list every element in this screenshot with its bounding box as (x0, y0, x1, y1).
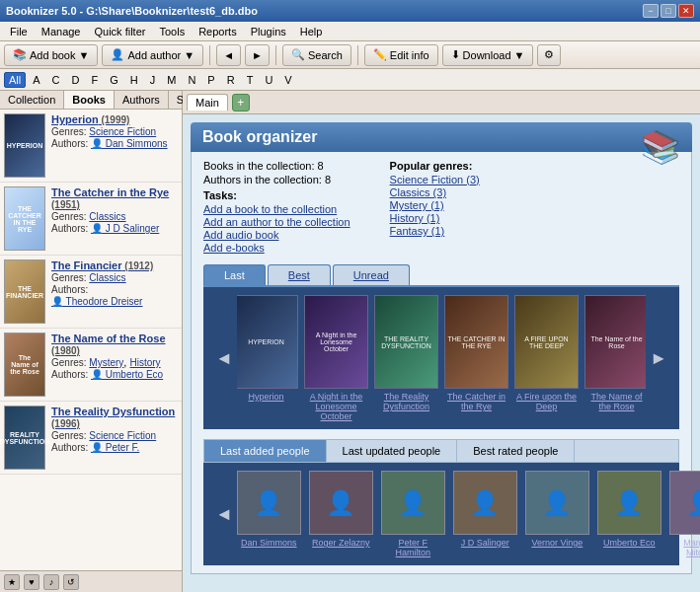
alpha-d[interactable]: D (67, 72, 85, 88)
menu-item-file[interactable]: File (4, 25, 34, 38)
genre-link[interactable]: History (1) (390, 212, 480, 224)
book-title-link[interactable]: The Financier (1912) (51, 259, 178, 271)
alpha-n[interactable]: N (183, 72, 200, 88)
close-button[interactable]: ✕ (678, 4, 694, 18)
person-name-link[interactable]: Roger Zelazny (312, 538, 370, 548)
genre-link[interactable]: Fantasy (1) (390, 225, 480, 237)
carousel-book-title[interactable]: A Night in the Lonesome October (304, 392, 368, 421)
star-icon[interactable]: ★ (4, 574, 20, 590)
person-item[interactable]: 👤Margaret Mitchell (669, 471, 700, 557)
person-item[interactable]: 👤Roger Zelazny (309, 471, 373, 557)
alpha-a[interactable]: A (28, 72, 44, 88)
carousel-prev-arrow[interactable]: ◄ (211, 348, 237, 369)
carousel-next-arrow[interactable]: ► (646, 348, 671, 369)
book-title-link[interactable]: The Reality Dysfunction (1996) (51, 406, 178, 429)
edit-info-button[interactable]: ✏️ Edit info (364, 44, 438, 66)
carousel-book-item[interactable]: A Night in the Lonesome OctoberA Night i… (304, 295, 368, 421)
tab-best-rated[interactable]: Best rated people (457, 440, 575, 462)
book-genre-link[interactable]: History (129, 357, 160, 368)
menu-item-help[interactable]: Help (294, 25, 329, 38)
carousel-book-item[interactable]: THE CATCHER IN THE RYEThe Catcher in the… (444, 295, 508, 421)
book-title-link[interactable]: The Catcher in the Rye (1951) (51, 186, 178, 210)
refresh-icon[interactable]: ↺ (63, 574, 79, 590)
tab-unread[interactable]: Unread (333, 264, 410, 285)
book-genre-link[interactable]: Classics (89, 272, 125, 283)
person-name-link[interactable]: Vernor Vinge (531, 538, 583, 548)
person-item[interactable]: 👤Umberto Eco (597, 471, 661, 557)
add-author-button[interactable]: 👤 Add author ▼ (102, 44, 203, 66)
alpha-r[interactable]: R (222, 72, 240, 88)
alpha-m[interactable]: M (162, 72, 181, 88)
person-name-link[interactable]: Dan Simmons (241, 538, 297, 548)
alpha-f[interactable]: F (86, 72, 103, 88)
person-name-link[interactable]: Peter F Hamilton (381, 538, 445, 557)
book-genre-link[interactable]: Classics (89, 211, 125, 222)
book-list-item[interactable]: TheName ofthe RoseThe Name of the Rose (… (0, 329, 182, 402)
alpha-t[interactable]: T (242, 72, 259, 88)
tab-last-added[interactable]: Last added people (204, 440, 327, 462)
alpha-p[interactable]: P (202, 72, 219, 88)
carousel-book-item[interactable]: THE REALITY DYSFUNCTIONThe Reality Dysfu… (374, 295, 438, 421)
back-button[interactable]: ◄ (216, 44, 241, 66)
search-button[interactable]: 🔍 Search (282, 44, 351, 66)
book-genre-link[interactable]: Science Fiction (89, 430, 156, 441)
person-item[interactable]: 👤J D Salinger (453, 471, 517, 557)
add-tab-button[interactable]: + (232, 94, 250, 111)
task-link[interactable]: Add e-books (203, 242, 350, 254)
book-title-link[interactable]: Hyperion (1999) (51, 113, 178, 125)
tab-last-updated[interactable]: Last updated people (327, 440, 458, 462)
alpha-g[interactable]: G (105, 72, 123, 88)
genre-link[interactable]: Mystery (1) (390, 199, 480, 211)
book-author-link[interactable]: 👤 Umberto Eco (91, 369, 163, 380)
person-name-link[interactable]: Umberto Eco (603, 538, 656, 548)
carousel-book-title[interactable]: The Reality Dysfunction (374, 392, 438, 411)
carousel-book-title[interactable]: Hyperion (248, 392, 283, 402)
menu-item-reports[interactable]: Reports (193, 25, 243, 38)
people-carousel-prev[interactable]: ◄ (211, 504, 237, 525)
menu-item-quick filter[interactable]: Quick filter (89, 25, 152, 38)
menu-item-tools[interactable]: Tools (153, 25, 191, 38)
book-title-link[interactable]: The Name of the Rose (1980) (51, 333, 178, 356)
add-book-button[interactable]: 📚 Add book ▼ (4, 44, 98, 66)
forward-button[interactable]: ► (245, 44, 270, 66)
book-genre-link[interactable]: Science Fiction (89, 126, 156, 137)
carousel-book-title[interactable]: The Name of the Rose (584, 392, 646, 411)
alpha-v[interactable]: V (279, 72, 296, 88)
carousel-book-title[interactable]: A Fire upon the Deep (514, 392, 579, 411)
alpha-c[interactable]: C (47, 72, 65, 88)
menu-item-manage[interactable]: Manage (36, 25, 87, 38)
alpha-j[interactable]: J (145, 72, 161, 88)
genre-link[interactable]: Classics (3) (390, 186, 480, 198)
person-item[interactable]: 👤Vernor Vinge (525, 471, 589, 557)
book-author-link[interactable]: 👤 Dan Simmons (91, 138, 168, 149)
tab-last[interactable]: Last (203, 264, 266, 285)
carousel-book-title[interactable]: The Catcher in the Rye (444, 392, 508, 411)
heart-icon[interactable]: ♥ (24, 574, 39, 590)
alpha-h[interactable]: H (125, 72, 143, 88)
task-link[interactable]: Add an author to the collection (203, 216, 350, 228)
person-name-link[interactable]: J D Salinger (461, 538, 509, 548)
task-link[interactable]: Add a book to the collection (203, 203, 350, 215)
task-link[interactable]: Add audio book (203, 229, 350, 241)
note-icon[interactable]: ♪ (43, 574, 59, 590)
download-button[interactable]: ⬇ Download ▼ (442, 44, 534, 66)
genre-link[interactable]: Science Fiction (3) (390, 174, 480, 185)
menu-item-plugins[interactable]: Plugins (245, 25, 292, 38)
minimize-button[interactable]: − (643, 4, 659, 18)
book-list-item[interactable]: THECATCHERIN THERYEThe Catcher in the Ry… (0, 183, 182, 256)
alpha-all[interactable]: All (4, 72, 26, 88)
carousel-book-item[interactable]: HYPERIONHyperion (237, 295, 298, 421)
person-name-link[interactable]: Margaret Mitchell (669, 538, 700, 557)
book-author-link[interactable]: 👤 Peter F. (91, 442, 139, 453)
left-tab-books[interactable]: Books (64, 91, 115, 109)
carousel-book-item[interactable]: The Name of the RoseThe Name of the Rose (584, 295, 646, 421)
person-item[interactable]: 👤Dan Simmons (237, 471, 301, 557)
tab-main[interactable]: Main (187, 94, 228, 111)
book-author-link[interactable]: 👤 J D Salinger (91, 223, 159, 234)
settings-button[interactable]: ⚙ (537, 44, 561, 66)
left-tab-authors[interactable]: Authors (115, 91, 169, 109)
left-tab-collection[interactable]: Collection (0, 91, 64, 109)
carousel-book-item[interactable]: A FIRE UPON THE DEEPA Fire upon the Deep (514, 295, 579, 421)
book-author-link[interactable]: 👤 Theodore Dreiser (51, 296, 142, 307)
alpha-u[interactable]: U (260, 72, 277, 88)
